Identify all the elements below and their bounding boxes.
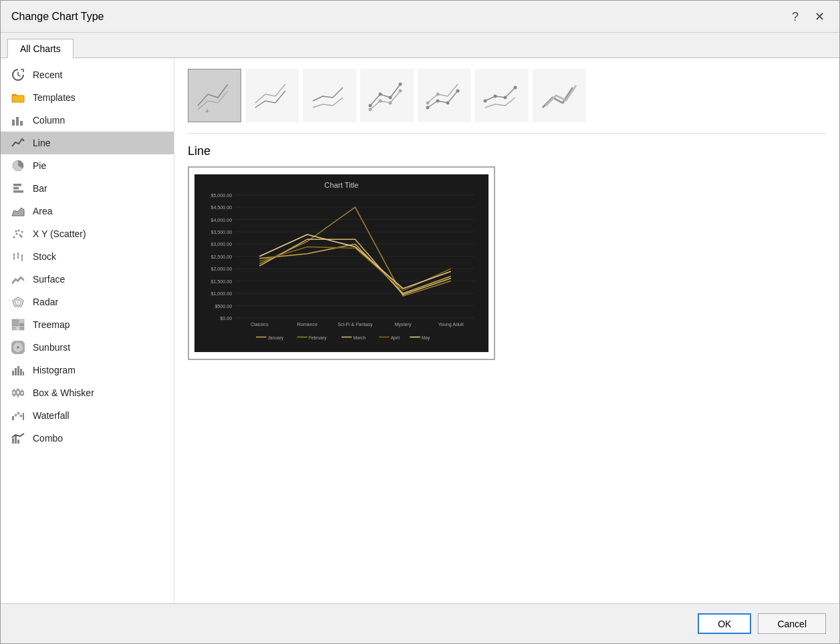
svg-point-62: [369, 104, 372, 107]
svg-point-71: [436, 99, 440, 102]
svg-rect-56: [20, 415, 22, 417]
change-chart-type-dialog: Change Chart Type ? ✕ All Charts Recent: [0, 0, 840, 644]
preview-area: Chart Title: [188, 166, 826, 360]
histogram-icon: [11, 363, 25, 377]
svg-text:February: February: [309, 335, 327, 341]
svg-rect-60: [17, 440, 19, 444]
svg-text:Young Adult: Young Adult: [438, 322, 464, 327]
svg-point-68: [389, 101, 392, 104]
chart-subtype-stacked-line-markers[interactable]: [418, 69, 471, 122]
svg-text:$4,500.00: $4,500.00: [211, 205, 232, 210]
svg-text:$0.00: $0.00: [220, 316, 232, 321]
sidebar-item-combo[interactable]: Combo: [1, 427, 174, 450]
pie-icon: [11, 159, 25, 172]
sidebar-item-bar[interactable]: Bar: [1, 177, 174, 200]
surface-icon: [11, 273, 25, 286]
sidebar-item-column[interactable]: Column: [1, 109, 174, 132]
svg-point-13: [18, 230, 20, 232]
svg-point-63: [379, 92, 382, 96]
chart-subtype-100-stacked-line-markers[interactable]: [475, 69, 529, 122]
chart-subtype-line[interactable]: ▲: [188, 69, 241, 122]
svg-rect-42: [20, 369, 22, 375]
svg-text:Classics: Classics: [251, 322, 269, 327]
svg-rect-41: [17, 366, 19, 375]
sidebar-label-radar: Radar: [33, 297, 58, 307]
sidebar-item-stock[interactable]: Stock: [1, 245, 174, 268]
svg-text:January: January: [267, 335, 283, 341]
svg-point-11: [15, 230, 17, 232]
combo-icon: [11, 432, 25, 445]
sidebar-label-scatter: X Y (Scatter): [33, 228, 86, 239]
svg-point-74: [426, 101, 430, 104]
svg-point-77: [494, 94, 497, 98]
bar-icon: [11, 182, 25, 195]
svg-rect-40: [15, 368, 17, 375]
svg-text:$3,500.00: $3,500.00: [211, 230, 232, 235]
sidebar-item-sunburst[interactable]: Sunburst: [1, 336, 174, 359]
svg-rect-6: [13, 190, 23, 193]
sidebar-item-histogram[interactable]: Histogram: [1, 359, 174, 381]
sidebar-item-radar[interactable]: Radar: [1, 291, 174, 313]
sidebar-label-boxwhisker: Box & Whisker: [33, 387, 94, 398]
svg-rect-51: [21, 391, 23, 395]
sidebar-label-line: Line: [33, 138, 50, 148]
chart-subtype-line-markers[interactable]: [360, 69, 414, 122]
svg-point-8: [13, 236, 15, 238]
treemap-icon: [11, 318, 25, 331]
sidebar-label-treemap: Treemap: [33, 319, 70, 330]
ok-button[interactable]: OK: [698, 613, 751, 634]
sidebar-label-recent: Recent: [33, 69, 62, 80]
sidebar-label-stock: Stock: [33, 251, 56, 262]
footer: OK Cancel: [1, 603, 839, 643]
sidebar-label-bar: Bar: [33, 183, 47, 194]
sidebar-item-recent[interactable]: Recent: [1, 63, 174, 86]
svg-point-70: [426, 106, 430, 109]
tab-all-charts[interactable]: All Charts: [7, 39, 74, 58]
stock-icon: [11, 250, 25, 263]
chart-preview-svg: Chart Title: [194, 173, 488, 353]
sidebar-item-boxwhisker[interactable]: Box & Whisker: [1, 381, 174, 404]
svg-rect-59: [15, 436, 17, 444]
scatter-icon: [11, 227, 25, 240]
sidebar-item-waterfall[interactable]: Waterfall: [1, 404, 174, 427]
svg-text:$5,000.00: $5,000.00: [211, 193, 232, 198]
boxwhisker-icon: [11, 386, 25, 399]
sidebar-item-area[interactable]: Area: [1, 200, 174, 222]
svg-point-64: [389, 96, 392, 99]
svg-text:$1,500.00: $1,500.00: [211, 279, 232, 285]
svg-rect-32: [19, 323, 24, 326]
sidebar-item-surface[interactable]: Surface: [1, 268, 174, 291]
chart-subtype-3d-line[interactable]: [533, 69, 586, 122]
svg-point-78: [504, 96, 507, 99]
sidebar-item-scatter[interactable]: X Y (Scatter): [1, 222, 174, 245]
selected-chart-type-name: Line: [188, 144, 826, 158]
cancel-button[interactable]: Cancel: [758, 613, 826, 634]
line-icon: [11, 136, 25, 150]
sidebar-item-line[interactable]: Line: [1, 132, 174, 154]
close-button[interactable]: ✕: [811, 9, 829, 24]
tab-bar: All Charts: [1, 33, 839, 58]
sidebar: Recent Templates Column Li: [1, 58, 174, 603]
svg-point-69: [399, 89, 402, 92]
svg-rect-31: [19, 319, 24, 323]
svg-text:Mystery: Mystery: [395, 322, 412, 327]
svg-rect-33: [12, 327, 15, 330]
chart-subtype-stacked-line[interactable]: [245, 69, 299, 122]
help-button[interactable]: ?: [788, 9, 803, 24]
svg-rect-55: [17, 412, 19, 414]
svg-rect-45: [13, 391, 15, 395]
main-area: ▲: [174, 58, 839, 603]
sidebar-item-templates[interactable]: Templates: [1, 86, 174, 109]
sidebar-item-treemap[interactable]: Treemap: [1, 313, 174, 336]
svg-rect-5: [13, 187, 19, 190]
sidebar-label-histogram: Histogram: [33, 365, 76, 375]
sidebar-item-pie[interactable]: Pie: [1, 154, 174, 177]
svg-point-12: [21, 231, 23, 233]
chart-subtype-100-stacked-line[interactable]: [303, 69, 356, 122]
sunburst-icon: [11, 341, 25, 354]
svg-rect-57: [23, 413, 24, 420]
svg-point-76: [484, 99, 487, 102]
svg-rect-4: [13, 184, 21, 186]
svg-text:$2,500.00: $2,500.00: [211, 255, 232, 260]
svg-text:April: April: [391, 335, 400, 341]
